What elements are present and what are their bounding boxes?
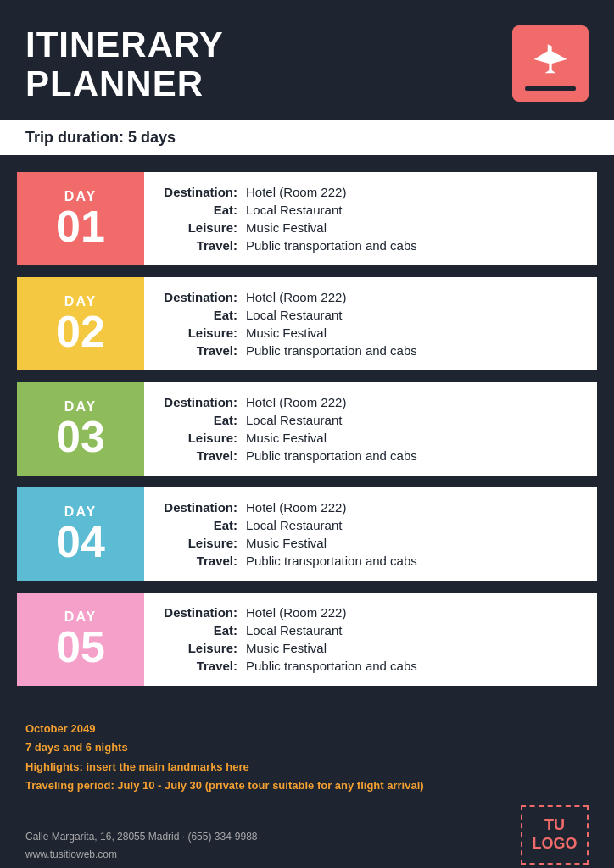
day-details-05: Destination:Hotel (Room 222)Eat:Local Re…	[144, 593, 597, 686]
day-number: 05	[56, 625, 105, 669]
detail-value: Music Festival	[246, 641, 327, 655]
detail-label: Leisure:	[161, 641, 246, 655]
page-title: ITINERARY PLANNER	[25, 25, 224, 103]
footer-bottom: Calle Margarita, 16, 28055 Madrid · (655…	[25, 805, 589, 865]
detail-row: Leisure:Music Festival	[161, 326, 580, 340]
title-block: ITINERARY PLANNER	[25, 25, 224, 103]
detail-value: Music Festival	[246, 326, 327, 340]
detail-value: Local Restaurant	[246, 623, 342, 637]
detail-label: Travel:	[161, 659, 246, 673]
day-number: 03	[56, 415, 105, 459]
day-number: 01	[56, 204, 105, 248]
detail-label: Destination:	[161, 605, 246, 620]
detail-row: Leisure:Music Festival	[161, 641, 580, 655]
detail-value: Local Restaurant	[246, 308, 342, 322]
plane-icon	[528, 37, 572, 81]
day-number: 02	[56, 309, 105, 353]
detail-value: Hotel (Room 222)	[246, 500, 346, 515]
detail-row: Eat:Local Restaurant	[161, 203, 580, 217]
tu-logo-placeholder: TULOGO	[521, 805, 589, 865]
header: ITINERARY PLANNER	[0, 0, 614, 120]
detail-row: Travel:Public transportation and cabs	[161, 659, 580, 673]
day-row-04: DAY04Destination:Hotel (Room 222)Eat:Loc…	[17, 487, 597, 581]
detail-label: Eat:	[161, 413, 246, 427]
detail-label: Eat:	[161, 623, 246, 637]
detail-label: Travel:	[161, 448, 246, 463]
detail-value: Public transportation and cabs	[246, 343, 417, 358]
detail-label: Eat:	[161, 203, 246, 217]
detail-label: Eat:	[161, 518, 246, 532]
day-row-03: DAY03Destination:Hotel (Room 222)Eat:Loc…	[17, 382, 597, 476]
detail-label: Destination:	[161, 185, 246, 199]
detail-row: Destination:Hotel (Room 222)	[161, 290, 580, 304]
footer-line3: Highlights: insert the main landmarks he…	[25, 758, 589, 776]
detail-label: Leisure:	[161, 431, 246, 445]
detail-value: Hotel (Room 222)	[246, 605, 346, 620]
days-container: DAY01Destination:Hotel (Room 222)Eat:Loc…	[0, 155, 614, 703]
detail-value: Music Festival	[246, 431, 327, 445]
footer-line1: October 2049	[25, 720, 589, 738]
detail-row: Destination:Hotel (Room 222)	[161, 185, 580, 199]
day-label-04: DAY04	[17, 487, 144, 581]
book-decoration	[525, 86, 576, 91]
detail-label: Travel:	[161, 343, 246, 358]
trip-duration-bar: Trip duration: 5 days	[0, 120, 614, 155]
footer-address: Calle Margarita, 16, 28055 Madrid · (655…	[25, 828, 258, 847]
footer-orange-text: October 2049 7 days and 6 nights Highlig…	[25, 720, 589, 794]
detail-row: Leisure:Music Festival	[161, 536, 580, 550]
detail-label: Leisure:	[161, 326, 246, 340]
day-row-01: DAY01Destination:Hotel (Room 222)Eat:Loc…	[17, 172, 597, 265]
detail-value: Hotel (Room 222)	[246, 185, 346, 199]
detail-row: Eat:Local Restaurant	[161, 518, 580, 532]
footer-contact: Calle Margarita, 16, 28055 Madrid · (655…	[25, 828, 258, 865]
detail-label: Travel:	[161, 238, 246, 253]
detail-value: Public transportation and cabs	[246, 659, 417, 673]
detail-value: Hotel (Room 222)	[246, 395, 346, 409]
detail-label: Destination:	[161, 290, 246, 304]
detail-label: Eat:	[161, 308, 246, 322]
day-label-02: DAY02	[17, 277, 144, 370]
detail-label: Destination:	[161, 500, 246, 515]
day-details-02: Destination:Hotel (Room 222)Eat:Local Re…	[144, 277, 597, 370]
footer: October 2049 7 days and 6 nights Highlig…	[0, 703, 614, 868]
detail-row: Travel:Public transportation and cabs	[161, 554, 580, 568]
footer-website: www.tusitioweb.com	[25, 846, 258, 865]
day-row-05: DAY05Destination:Hotel (Room 222)Eat:Loc…	[17, 593, 597, 686]
detail-row: Travel:Public transportation and cabs	[161, 238, 580, 253]
detail-row: Destination:Hotel (Room 222)	[161, 500, 580, 515]
detail-label: Travel:	[161, 554, 246, 568]
day-label-05: DAY05	[17, 593, 144, 686]
detail-row: Eat:Local Restaurant	[161, 308, 580, 322]
detail-value: Local Restaurant	[246, 413, 342, 427]
detail-value: Public transportation and cabs	[246, 238, 417, 253]
detail-value: Local Restaurant	[246, 203, 342, 217]
app-logo-icon	[512, 25, 589, 102]
day-details-01: Destination:Hotel (Room 222)Eat:Local Re…	[144, 172, 597, 265]
detail-row: Eat:Local Restaurant	[161, 623, 580, 637]
trip-duration-label: Trip duration: 5 days	[25, 129, 176, 146]
detail-value: Public transportation and cabs	[246, 554, 417, 568]
detail-label: Leisure:	[161, 536, 246, 550]
day-label-03: DAY03	[17, 382, 144, 476]
day-row-02: DAY02Destination:Hotel (Room 222)Eat:Loc…	[17, 277, 597, 370]
day-label-01: DAY01	[17, 172, 144, 265]
detail-row: Leisure:Music Festival	[161, 220, 580, 235]
detail-value: Hotel (Room 222)	[246, 290, 346, 304]
detail-row: Travel:Public transportation and cabs	[161, 343, 580, 358]
detail-label: Destination:	[161, 395, 246, 409]
footer-line4: Traveling period: July 10 - July 30 (pri…	[25, 776, 589, 795]
detail-value: Music Festival	[246, 220, 327, 235]
detail-value: Music Festival	[246, 536, 327, 550]
detail-row: Destination:Hotel (Room 222)	[161, 605, 580, 620]
detail-row: Destination:Hotel (Room 222)	[161, 395, 580, 409]
detail-row: Eat:Local Restaurant	[161, 413, 580, 427]
detail-row: Leisure:Music Festival	[161, 431, 580, 445]
day-details-03: Destination:Hotel (Room 222)Eat:Local Re…	[144, 382, 597, 476]
detail-label: Leisure:	[161, 220, 246, 235]
footer-line2: 7 days and 6 nights	[25, 738, 589, 757]
detail-row: Travel:Public transportation and cabs	[161, 448, 580, 463]
day-number: 04	[56, 520, 105, 564]
detail-value: Local Restaurant	[246, 518, 342, 532]
day-details-04: Destination:Hotel (Room 222)Eat:Local Re…	[144, 487, 597, 581]
detail-value: Public transportation and cabs	[246, 448, 417, 463]
